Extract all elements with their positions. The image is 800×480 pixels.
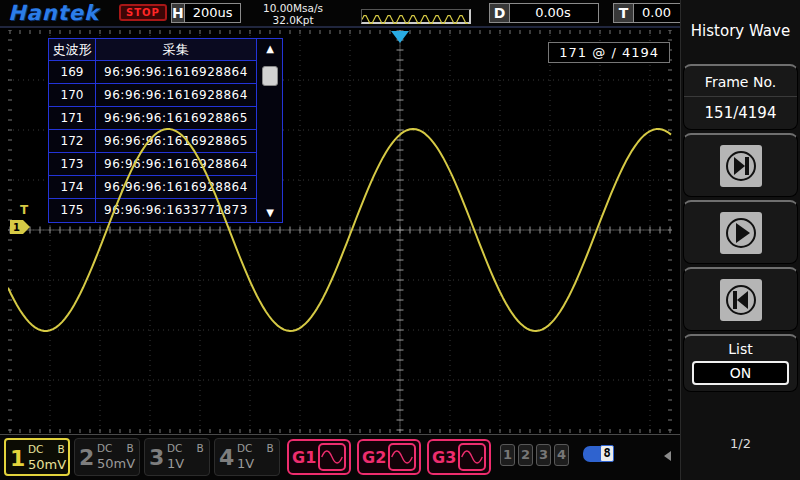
- history-table-header: 史波形 采集: [49, 39, 256, 61]
- bottom-status-bar: 1 DCB 50mV 2 DCB 50mV 3 DCB 1V 4 DCB 1V: [0, 434, 680, 480]
- sine-wave-icon: [458, 443, 486, 471]
- digital-channel-1[interactable]: 1: [500, 444, 515, 466]
- play-button[interactable]: [683, 200, 798, 264]
- waveform-preview-bar: T: [361, 9, 471, 24]
- memory-depth: 32.0Kpt: [248, 14, 338, 26]
- trigger-level-readout: T 0.00: [613, 3, 688, 23]
- frame-no: 171: [49, 107, 96, 129]
- frame-no: 172: [49, 130, 96, 152]
- table-row[interactable]: 172 96:96:96:1616928865: [49, 130, 256, 153]
- delay-label: D: [490, 4, 510, 22]
- coupling-label: DC: [28, 442, 43, 456]
- sine-wave-icon: [388, 443, 416, 471]
- current-frame-counter: 171 @ / 4194: [548, 42, 670, 63]
- frame-no: 169: [49, 61, 96, 83]
- trigger-label: T: [614, 4, 634, 22]
- trigger-value: 0.00: [634, 4, 679, 22]
- table-row[interactable]: 170 96:96:96:1616928864: [49, 84, 256, 107]
- table-row[interactable]: 173 96:96:96:1616928864: [49, 153, 256, 176]
- volts-per-div: 1V: [167, 455, 209, 472]
- play-icon: [720, 212, 762, 254]
- scrollbar-thumb[interactable]: [262, 66, 278, 86]
- bandwidth-limit-label: B: [196, 441, 203, 455]
- usb-drive-icon: 8: [583, 446, 614, 462]
- skip-back-icon: [720, 279, 762, 321]
- bandwidth-limit-label: B: [126, 441, 133, 455]
- frame-time: 96:96:96:1616928865: [96, 130, 256, 152]
- frame-time: 96:96:96:1633771873: [96, 199, 256, 222]
- waveform-display-area: 史波形 采集 169 96:96:96:1616928864 170 96:96…: [8, 30, 672, 433]
- frame-no-panel: Frame No. 151/4194: [683, 64, 798, 130]
- generator-label: G1: [292, 448, 318, 467]
- timebase-label: H: [172, 4, 185, 22]
- sine-wave-icon: [318, 443, 346, 471]
- bandwidth-limit-label: B: [57, 442, 64, 456]
- generator-3-status[interactable]: G3: [427, 439, 491, 475]
- delay-value: 0.00s: [510, 4, 596, 22]
- sample-rate-readout: 10.00Msa/s 32.0Kpt: [248, 2, 338, 26]
- preview-sine-icon: [362, 14, 468, 25]
- channel-number: 2: [79, 441, 94, 473]
- run-stop-indicator[interactable]: STOP: [119, 4, 167, 21]
- coupling-label: DC: [97, 441, 112, 455]
- menu-sidebar: History Wave Frame No. 151/4194: [680, 0, 800, 480]
- list-on-value[interactable]: ON: [692, 361, 789, 385]
- usb-end-label: 8: [600, 445, 614, 462]
- menu-page-indicator: 1/2: [681, 436, 800, 451]
- column-header-acquire-time: 采集: [96, 39, 256, 60]
- frame-no-label: Frame No.: [684, 66, 797, 97]
- list-toggle-panel[interactable]: List ON: [683, 334, 798, 392]
- skip-back-button[interactable]: [683, 267, 798, 331]
- frame-no-value[interactable]: 151/4194: [684, 97, 797, 122]
- generator-2-status[interactable]: G2: [357, 439, 421, 475]
- horizontal-timebase-readout: H 200us: [171, 3, 241, 23]
- generator-1-status[interactable]: G1: [287, 439, 351, 475]
- skip-forward-icon: [720, 145, 762, 187]
- volts-per-div: 50mV: [97, 455, 139, 472]
- table-row[interactable]: 174 96:96:96:1616928864: [49, 176, 256, 199]
- frame-no: 175: [49, 199, 96, 222]
- brand-logo: Hantek: [8, 1, 99, 25]
- channel-3-status[interactable]: 3 DCB 1V: [144, 438, 210, 476]
- channel-1-status[interactable]: 1 DCB 50mV: [4, 438, 70, 476]
- list-label: List: [684, 336, 797, 361]
- digital-channels-group: 1 2 3 4: [500, 444, 569, 466]
- frame-time: 96:96:96:1616928865: [96, 107, 256, 129]
- table-row[interactable]: 175 96:96:96:1633771873: [49, 199, 256, 222]
- channel-number: 3: [149, 441, 164, 473]
- digital-channel-4[interactable]: 4: [554, 444, 569, 466]
- digital-channel-2[interactable]: 2: [518, 444, 533, 466]
- frame-time: 96:96:96:1616928864: [96, 84, 256, 106]
- digital-channel-3[interactable]: 3: [536, 444, 551, 466]
- generator-label: G3: [432, 448, 458, 467]
- frame-no: 170: [49, 84, 96, 106]
- skip-forward-button[interactable]: [683, 133, 798, 197]
- channel-2-status[interactable]: 2 DCB 50mV: [74, 438, 140, 476]
- frame-time: 96:96:96:1616928864: [96, 176, 256, 198]
- table-row[interactable]: 169 96:96:96:1616928864: [49, 61, 256, 84]
- scroll-down-arrow-icon[interactable]: ▼: [257, 207, 283, 218]
- channel-number: 1: [10, 442, 25, 472]
- scroll-up-arrow-icon[interactable]: ▲: [257, 43, 283, 54]
- collapse-arrow-icon[interactable]: [664, 451, 671, 461]
- frame-time: 96:96:96:1616928864: [96, 153, 256, 175]
- channel-number: 4: [219, 441, 234, 473]
- timebase-value: 200us: [185, 4, 241, 22]
- menu-title: History Wave: [681, 0, 800, 64]
- coupling-label: DC: [167, 441, 182, 455]
- frame-no: 174: [49, 176, 96, 198]
- coupling-label: DC: [237, 441, 252, 455]
- oscilloscope-screen: Hantek STOP H 200us 10.00Msa/s 32.0Kpt T…: [0, 0, 800, 480]
- volts-per-div: 1V: [237, 455, 279, 472]
- channel-4-status[interactable]: 4 DCB 1V: [214, 438, 280, 476]
- frame-time: 96:96:96:1616928864: [96, 61, 256, 83]
- table-scrollbar[interactable]: ▲ ▼: [256, 39, 282, 222]
- delay-readout: D 0.00s: [489, 3, 599, 23]
- history-frame-table[interactable]: 史波形 采集 169 96:96:96:1616928864 170 96:96…: [48, 38, 283, 223]
- column-header-frame: 史波形: [49, 39, 96, 60]
- bandwidth-limit-label: B: [266, 441, 273, 455]
- sample-rate: 10.00Msa/s: [248, 2, 338, 14]
- table-row[interactable]: 171 96:96:96:1616928865: [49, 107, 256, 130]
- volts-per-div: 50mV: [28, 456, 68, 473]
- frame-no: 173: [49, 153, 96, 175]
